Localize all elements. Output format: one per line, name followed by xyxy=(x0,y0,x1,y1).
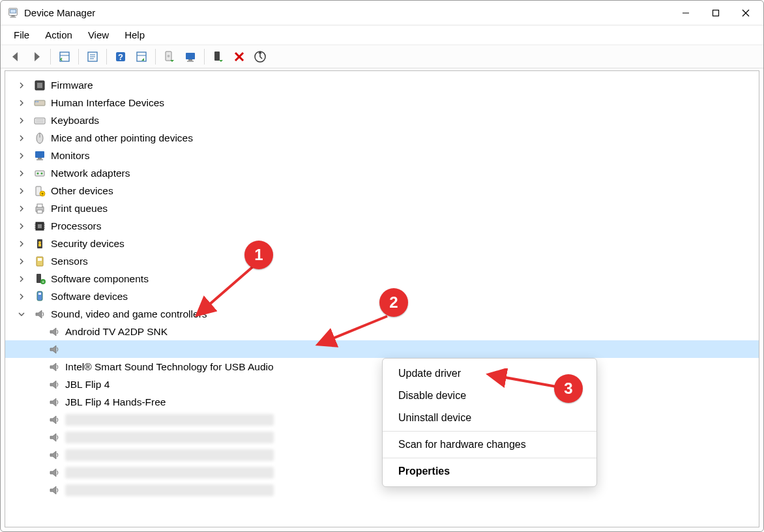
speaker-icon xyxy=(47,377,61,392)
toolbar-disable-device-button[interactable] xyxy=(229,48,249,66)
app-icon xyxy=(7,7,19,19)
other-icon: ? xyxy=(33,184,47,198)
device-category[interactable]: Human Interface Devices xyxy=(5,94,759,111)
chevron-right-icon[interactable] xyxy=(14,241,29,247)
chevron-right-icon[interactable] xyxy=(14,223,29,229)
speaker-icon xyxy=(47,342,61,357)
svg-rect-5 xyxy=(713,10,719,16)
device-item[interactable]: Android TV A2DP SNK xyxy=(5,323,759,340)
tree-item-label: Security devices xyxy=(51,239,125,249)
toolbar-refresh-button[interactable] xyxy=(132,48,151,66)
toolbar-separator xyxy=(155,49,156,65)
titlebar: Device Manager xyxy=(1,1,763,25)
annotation-badge-3: 3 xyxy=(554,374,583,403)
chevron-right-icon[interactable] xyxy=(14,188,29,194)
printer-icon xyxy=(33,201,47,216)
svg-rect-20 xyxy=(186,53,195,59)
toolbar-show-hidden-button[interactable] xyxy=(55,48,74,66)
context-menu-separator xyxy=(383,431,596,432)
close-button[interactable] xyxy=(731,3,761,23)
device-category[interactable]: Keyboards xyxy=(5,111,759,129)
svg-rect-28 xyxy=(37,83,42,88)
chevron-right-icon[interactable] xyxy=(14,135,29,141)
svg-rect-31 xyxy=(37,101,38,102)
menubar: File Action View Help xyxy=(1,25,763,45)
chevron-right-icon[interactable] xyxy=(14,293,29,300)
svg-rect-59 xyxy=(38,244,41,246)
tree-item-label: Network adapters xyxy=(51,168,130,179)
svg-rect-62 xyxy=(37,274,41,283)
device-category[interactable]: Monitors xyxy=(5,147,759,164)
tree-item-label: Android TV A2DP SNK xyxy=(65,327,168,337)
svg-rect-1 xyxy=(10,9,16,12)
toolbar-scan-hardware-button[interactable] xyxy=(250,48,270,66)
tree-item-label: Mice and other pointing devices xyxy=(51,133,193,143)
chevron-right-icon[interactable] xyxy=(14,276,29,282)
svg-rect-3 xyxy=(10,16,16,18)
speaker-icon xyxy=(47,360,61,374)
menu-view[interactable]: View xyxy=(81,27,115,43)
speaker-icon xyxy=(47,395,61,409)
toolbar-separator xyxy=(50,49,51,65)
chevron-down-icon[interactable] xyxy=(14,311,29,318)
speaker-icon xyxy=(47,448,61,462)
toolbar-update-driver-button[interactable] xyxy=(160,48,179,66)
svg-rect-2 xyxy=(11,15,14,16)
menu-help[interactable]: Help xyxy=(118,27,151,43)
tree-item-label: Sensors xyxy=(51,256,88,267)
cpu-icon xyxy=(33,219,47,233)
speaker-icon xyxy=(47,325,61,339)
toolbar: ? xyxy=(1,45,763,68)
device-category[interactable]: Print queues xyxy=(5,200,759,217)
maximize-button[interactable] xyxy=(701,3,731,23)
toolbar-properties-button[interactable] xyxy=(83,48,102,66)
chevron-right-icon[interactable] xyxy=(14,82,29,89)
svg-rect-40 xyxy=(35,171,44,176)
speaker-icon xyxy=(33,307,47,321)
tree-item-label: Firmware xyxy=(51,80,93,91)
chevron-right-icon[interactable] xyxy=(14,170,29,177)
chevron-right-icon[interactable] xyxy=(14,258,29,265)
firmware-icon xyxy=(33,78,47,93)
svg-rect-21 xyxy=(188,59,192,61)
minimize-button[interactable] xyxy=(671,3,701,23)
tree-item-label: JBL Flip 4 xyxy=(65,379,110,390)
context-menu-item[interactable]: Properties xyxy=(383,460,596,482)
context-menu-item[interactable]: Uninstall device xyxy=(383,407,596,429)
toolbar-back-button[interactable] xyxy=(6,48,25,66)
context-menu-item[interactable]: Scan for hardware changes xyxy=(383,434,596,456)
svg-rect-61 xyxy=(38,258,42,261)
device-category[interactable]: Processors xyxy=(5,217,759,235)
chevron-right-icon[interactable] xyxy=(14,205,29,212)
device-category[interactable]: Sensors xyxy=(5,252,759,270)
toolbar-separator xyxy=(204,49,205,65)
device-category[interactable]: +Software components xyxy=(5,270,759,288)
toolbar-forward-button[interactable] xyxy=(27,48,46,66)
chevron-right-icon[interactable] xyxy=(14,117,29,124)
security-icon xyxy=(33,237,47,251)
tree-item-label xyxy=(65,432,274,443)
device-category[interactable]: Network adapters xyxy=(5,164,759,182)
device-category[interactable]: ?Other devices xyxy=(5,182,759,200)
device-category[interactable]: Mice and other pointing devices xyxy=(5,129,759,147)
device-category[interactable]: Firmware xyxy=(5,76,759,94)
tree-item-label xyxy=(65,484,274,496)
annotation-badge-2: 2 xyxy=(379,288,408,317)
toolbar-uninstall-device-button[interactable] xyxy=(181,48,200,66)
device-category[interactable]: Security devices xyxy=(5,235,759,252)
tree-item-label xyxy=(65,449,274,461)
tree-item-label: Processors xyxy=(51,221,102,231)
software-icon: + xyxy=(33,272,47,286)
svg-text:?: ? xyxy=(118,52,123,62)
toolbar-help-button[interactable]: ? xyxy=(111,48,130,66)
window-title: Device Manager xyxy=(24,7,95,18)
device-item[interactable] xyxy=(5,340,759,358)
menu-file[interactable]: File xyxy=(7,27,36,43)
sensor-icon xyxy=(33,254,47,269)
toolbar-enable-device-button[interactable] xyxy=(209,48,228,66)
menu-action[interactable]: Action xyxy=(38,27,79,43)
chevron-right-icon[interactable] xyxy=(14,100,29,106)
chevron-right-icon[interactable] xyxy=(14,153,29,159)
tree-item-label: Intel® Smart Sound Technology for USB Au… xyxy=(65,362,274,372)
context-menu-separator xyxy=(383,458,596,458)
